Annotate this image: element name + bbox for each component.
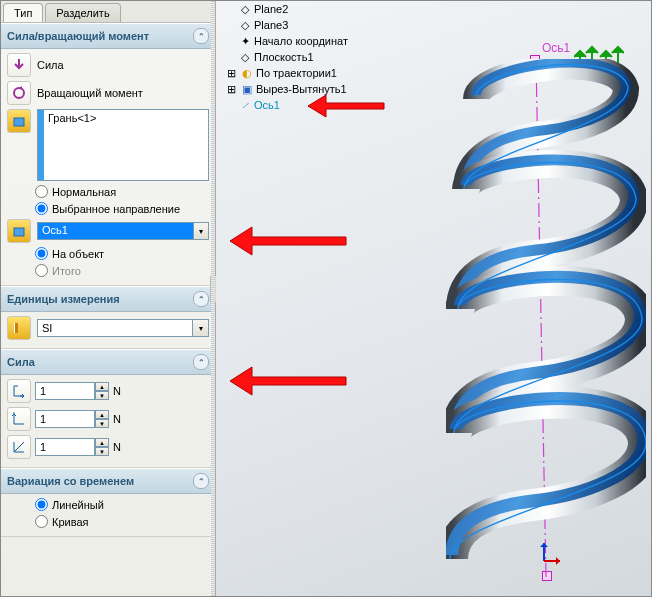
fz-down[interactable]: ▼ [95,447,109,456]
fz-unit: N [113,441,121,453]
section-force-torque-header[interactable]: Сила/вращающий момент ⌃ [1,23,215,49]
fx-icon [7,379,31,403]
svg-point-0 [14,88,24,98]
fx-input[interactable] [35,382,95,400]
section-time-variation-title: Вариация со временем [7,475,134,487]
section-time-variation-body: Линейный Кривая [1,494,215,537]
annotation-arrow-icon [306,91,386,123]
radio-on-object[interactable] [35,247,48,260]
fy-input[interactable] [35,410,95,428]
torque-label: Вращающий момент [37,87,143,99]
model-spiral[interactable] [446,59,646,579]
radio-linear-label: Линейный [52,499,104,511]
svg-rect-2 [14,228,24,236]
plane-icon: ◇ [238,18,252,32]
section-units-header[interactable]: Единицы измерения ⌃ [1,286,215,312]
axis-icon: ⟋ [238,98,252,112]
force-label: Сила [37,59,64,71]
tree-plane2[interactable]: ◇Plane2 [222,1,348,17]
section-units-body: ▾ [1,312,215,349]
svg-rect-4 [14,323,15,333]
tree-sweep[interactable]: ⊞◐По траектории1 [222,65,348,81]
units-value[interactable] [37,319,193,337]
axis-label-3d: Ось1 [542,41,570,55]
fz-up[interactable]: ▲ [95,438,109,447]
expand-icon[interactable]: ⊞ [224,82,238,96]
fx-down[interactable]: ▼ [95,391,109,400]
tab-split[interactable]: Разделить [45,3,120,22]
fy-up[interactable]: ▲ [95,410,109,419]
fx-up[interactable]: ▲ [95,382,109,391]
face-selection-item[interactable]: Грань<1> [48,112,96,124]
tree-origin[interactable]: ✦Начало координат [222,33,348,49]
annotation-arrow-icon [228,363,348,401]
torque-icon[interactable] [7,81,31,105]
radio-selected-direction[interactable] [35,202,48,215]
units-combo[interactable]: ▾ [37,319,209,337]
face-selection-icon [7,109,31,133]
section-time-variation-header[interactable]: Вариация со временем ⌃ [1,468,215,494]
radio-total-label: Итого [52,265,81,277]
direction-ref-value[interactable]: Ось1 [37,222,193,240]
units-dropdown[interactable]: ▾ [193,319,209,337]
svg-rect-1 [14,118,24,126]
fy-down[interactable]: ▼ [95,419,109,428]
panel-tabs: Тип Разделить [1,1,215,23]
section-force-header[interactable]: Сила ⌃ [1,349,215,375]
panel-splitter[interactable] [211,1,215,596]
section-force-torque-title: Сила/вращающий момент [7,30,149,42]
chevron-up-icon[interactable]: ⌃ [193,354,209,370]
section-force-torque-body: Сила Вращающий момент Грань<1> Нормальна… [1,49,215,286]
direction-ref-icon [7,219,31,243]
chevron-up-icon[interactable]: ⌃ [193,473,209,489]
section-force-body: ▲▼ N ▲▼ N ▲▼ N [1,375,215,468]
chevron-up-icon[interactable]: ⌃ [193,291,209,307]
annotation-arrow-icon [228,223,348,261]
face-selection-list[interactable]: Грань<1> [37,109,209,181]
direction-ref-field[interactable]: Ось1 ▾ [37,222,209,240]
property-panel: Тип Разделить Сила/вращающий момент ⌃ Си… [1,1,216,596]
radio-selected-direction-label: Выбранное направление [52,203,180,215]
fy-icon [7,407,31,431]
tree-plane1-ru[interactable]: ◇Плоскость1 [222,49,348,65]
section-units-title: Единицы измерения [7,293,120,305]
sweep-icon: ◐ [240,66,254,80]
force-icon[interactable] [7,53,31,77]
radio-linear[interactable] [35,498,48,511]
cut-extrude-icon: ▣ [240,82,254,96]
origin-icon: ✦ [238,34,252,48]
fy-unit: N [113,413,121,425]
fx-unit: N [113,385,121,397]
radio-on-object-label: На объект [52,248,104,260]
units-icon [7,316,31,340]
expand-icon[interactable]: ⊞ [224,66,238,80]
plane-icon: ◇ [238,50,252,64]
radio-curve[interactable] [35,515,48,528]
section-force-title: Сила [7,356,35,368]
svg-rect-3 [15,323,18,333]
radio-normal-label: Нормальная [52,186,116,198]
tab-type[interactable]: Тип [3,3,43,22]
chevron-up-icon[interactable]: ⌃ [193,28,209,44]
fz-icon [7,435,31,459]
radio-normal[interactable] [35,185,48,198]
graphics-viewport[interactable]: ◇Plane2 ◇Plane3 ✦Начало координат ◇Плоск… [216,1,651,596]
direction-ref-dropdown[interactable]: ▾ [193,222,209,240]
plane-icon: ◇ [238,2,252,16]
fz-input[interactable] [35,438,95,456]
radio-total[interactable] [35,264,48,277]
radio-curve-label: Кривая [52,516,88,528]
tree-plane3[interactable]: ◇Plane3 [222,17,348,33]
